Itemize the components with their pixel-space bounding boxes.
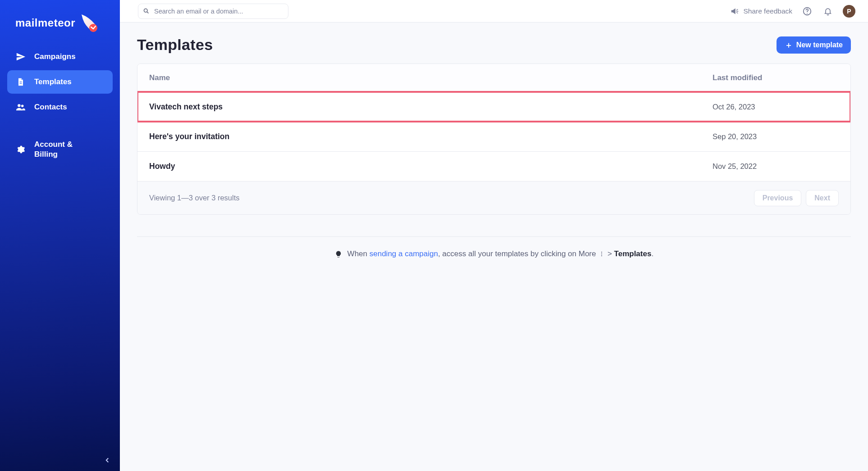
row-last-modified: Sep 20, 2023 [713,132,839,141]
row-last-modified: Oct 26, 2023 [713,103,839,111]
brand-logo[interactable]: mailmeteor [7,9,113,45]
plus-icon: ＋ [785,41,793,49]
sidebar-collapse-button[interactable] [102,455,113,466]
new-template-button[interactable]: ＋ New template [777,36,851,54]
megaphone-icon [731,7,740,16]
table-row[interactable]: Here's your invitationSep 20, 2023 [137,122,850,151]
tip-suffix: . [651,249,653,258]
sidebar-item-account-billing[interactable]: Account & Billing [7,133,113,166]
content: Templates ＋ New template Name Last modif… [120,23,868,471]
notifications-button[interactable] [822,5,834,17]
sidebar-nav: Campaigns Templates Contacts Account & B [7,45,113,166]
help-icon [802,6,812,16]
share-feedback-label: Share feedback [743,7,792,15]
topbar: Share feedback P [120,0,868,23]
svg-rect-1 [20,82,22,82]
nav-spacer [7,121,113,131]
divider [137,236,851,237]
pager: Previous Next [754,190,839,206]
more-dots-icon [600,250,603,258]
help-button[interactable] [801,5,813,17]
row-name: Vivatech next steps [149,102,713,112]
comet-icon [79,13,100,33]
table-row[interactable]: Vivatech next stepsOct 26, 2023 [137,92,850,122]
new-template-label: New template [796,41,843,49]
sidebar-item-contacts[interactable]: Contacts [7,95,113,119]
sidebar-item-campaigns[interactable]: Campaigns [7,45,113,68]
svg-point-10 [601,255,602,256]
tip-middle: , access all your templates by clicking … [438,249,598,258]
page-title: Templates [137,36,213,54]
table-footer: Viewing 1—3 over 3 results Previous Next [137,181,850,214]
share-feedback-button[interactable]: Share feedback [731,7,792,16]
search-icon [143,8,150,14]
svg-point-7 [807,13,808,14]
sidebar-item-label: Templates [34,77,72,86]
people-icon [15,102,26,113]
sidebar-item-label: Contacts [34,103,67,112]
row-name: Here's your invitation [149,132,713,141]
brand-name: mailmeteor [15,17,75,29]
next-button[interactable]: Next [806,190,839,206]
svg-point-9 [601,253,602,254]
tip-sep: > [605,249,614,258]
tip-link[interactable]: sending a campaign [370,249,438,258]
table-header: Name Last modified [137,64,850,92]
main: Share feedback P Templates ＋ [120,0,868,471]
page-header: Templates ＋ New template [137,36,851,54]
file-icon [15,77,26,87]
column-header-last-modified: Last modified [713,73,839,82]
bulb-icon [334,250,343,258]
sidebar-item-label: Campaigns [34,52,76,61]
table-row[interactable]: HowdyNov 25, 2022 [137,151,850,181]
avatar-initial: P [847,8,851,15]
svg-point-0 [89,24,97,32]
user-avatar[interactable]: P [843,5,855,18]
tip-line: When sending a campaign, access all your… [137,249,851,258]
templates-table: Name Last modified Vivatech next stepsOc… [137,63,851,215]
viewing-count: Viewing 1—3 over 3 results [149,194,754,202]
search-field[interactable] [138,4,288,19]
sidebar: mailmeteor [0,0,120,471]
send-icon [15,51,26,62]
svg-rect-2 [20,83,22,84]
column-header-name: Name [149,73,713,82]
previous-button[interactable]: Previous [754,190,802,206]
gear-icon [15,144,26,155]
svg-point-4 [21,105,23,108]
row-last-modified: Nov 25, 2022 [713,162,839,171]
search-input[interactable] [153,7,283,15]
sidebar-item-templates[interactable]: Templates [7,70,113,94]
svg-point-3 [18,104,20,107]
sidebar-item-label: Account & Billing [34,140,84,159]
table-body: Vivatech next stepsOct 26, 2023Here's yo… [137,92,850,181]
row-name: Howdy [149,162,713,171]
tip-strong: Templates [614,249,652,258]
tip-prefix: When [347,249,370,258]
svg-point-5 [144,9,148,13]
svg-point-8 [601,251,602,252]
bell-icon [823,7,832,16]
